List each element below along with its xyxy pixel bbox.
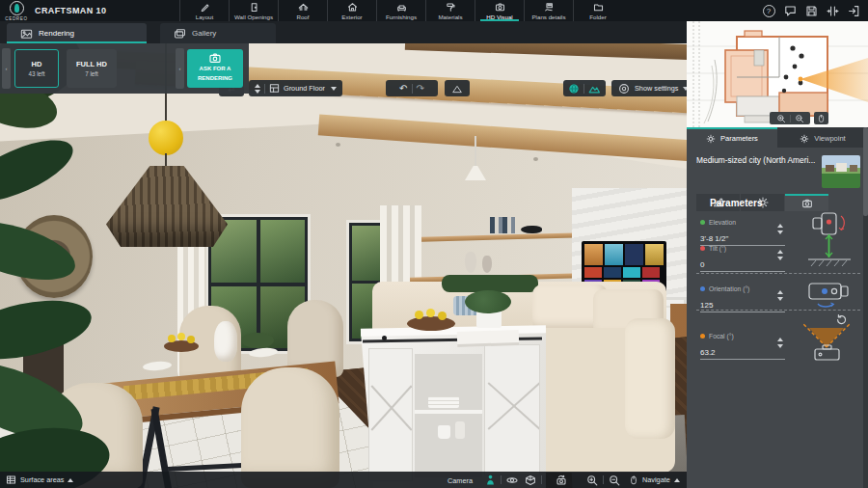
- hd-count: 43 left: [28, 70, 44, 77]
- pendant-cord: [165, 153, 167, 167]
- focal-label: Focal (°): [709, 333, 734, 339]
- axonometric-view-button[interactable]: [525, 472, 536, 488]
- globe-icon[interactable]: [568, 83, 580, 95]
- pencil-icon: [200, 2, 210, 13]
- exit-icon: [848, 5, 860, 17]
- main-menu: Layout Wall Openings Roof Exterior Furni…: [179, 0, 622, 21]
- plate-stack: [428, 396, 459, 408]
- orbit-view-button[interactable]: [506, 472, 518, 488]
- panel-scrollbar[interactable]: [863, 127, 868, 488]
- tab-gallery[interactable]: Gallery: [160, 23, 276, 43]
- menu-item-folder[interactable]: Folder: [573, 0, 622, 21]
- redo-button[interactable]: ↷: [417, 84, 424, 94]
- orientation-dot: [700, 286, 705, 291]
- menu-item-furnishings[interactable]: Furnishings: [376, 0, 425, 21]
- camera-rotate-icon: [556, 474, 567, 486]
- menu-item-plans-details[interactable]: Plans details: [524, 0, 573, 21]
- fruit-bowl: [407, 316, 455, 331]
- first-person-view-button[interactable]: [485, 472, 496, 488]
- exit-button[interactable]: [847, 4, 860, 17]
- terrain-view-button[interactable]: [445, 80, 470, 96]
- books: [490, 217, 515, 233]
- camera-rotate-button[interactable]: [556, 472, 567, 488]
- orientation-stepper[interactable]: [777, 290, 783, 301]
- help-button[interactable]: [762, 4, 775, 17]
- feedback-button[interactable]: [783, 4, 797, 17]
- focal-illustration: [797, 320, 856, 366]
- orientation-illustration: [802, 278, 856, 311]
- chevron-up-icon: [674, 478, 680, 482]
- zoom-in-icon[interactable]: [776, 114, 786, 123]
- elevation-stepper[interactable]: [777, 224, 783, 234]
- terrain-icon[interactable]: [588, 83, 601, 95]
- menu-item-layout[interactable]: Layout: [179, 0, 229, 21]
- focal-input[interactable]: 63.2: [700, 345, 785, 360]
- zoom-out-icon[interactable]: [795, 114, 804, 123]
- zoom-in-button[interactable]: [586, 472, 598, 488]
- environment-thumbnail[interactable]: [822, 155, 860, 188]
- paint-roller-icon: [446, 2, 456, 13]
- pendant-yellow-ball: [149, 121, 183, 155]
- menu-item-materials[interactable]: Materials: [425, 0, 475, 21]
- minimap-pan-button[interactable]: [814, 112, 828, 124]
- elevation-dot: [700, 220, 705, 225]
- floor-selector[interactable]: Ground Floor: [249, 80, 342, 96]
- tab-viewpoint-label: Viewpoint: [814, 134, 845, 143]
- tab-rendering[interactable]: Rendering: [7, 23, 147, 43]
- floor-stepper[interactable]: [255, 84, 260, 94]
- tilt-stepper[interactable]: [777, 250, 783, 260]
- fullhd-quality-button[interactable]: FULL HD 7 left: [67, 49, 117, 88]
- menu-item-wall-openings[interactable]: Wall Openings: [229, 0, 278, 21]
- collapse-icon: [827, 5, 839, 17]
- pitcher: [214, 321, 237, 362]
- render-3d-viewport[interactable]: [0, 43, 687, 488]
- menu-item-hd-visual[interactable]: HD Visual: [475, 0, 524, 21]
- focal-stepper[interactable]: [777, 338, 783, 348]
- navigate-dropdown[interactable]: Navigate: [629, 472, 680, 488]
- plan-sheet-icon: [544, 2, 555, 13]
- tab-viewpoint[interactable]: Viewpoint: [777, 127, 868, 148]
- door-icon: [249, 2, 259, 13]
- collapse-handle-icon[interactable]: ‹: [2, 48, 11, 89]
- save-button[interactable]: [804, 4, 818, 17]
- center-view-button[interactable]: [826, 4, 839, 17]
- camera-icon: [801, 198, 813, 209]
- tilt-input[interactable]: 0: [700, 258, 785, 272]
- gallery-icon: [174, 28, 186, 40]
- plate: [143, 361, 173, 372]
- tab-parameters[interactable]: Parameters: [687, 127, 777, 148]
- show-settings-dropdown[interactable]: Show settings: [611, 80, 695, 96]
- gear-icon: [706, 134, 716, 144]
- whale-figurine: [521, 226, 542, 233]
- sofa-icon: [396, 2, 407, 13]
- view-mode-group: [563, 80, 606, 96]
- jar: [455, 421, 465, 439]
- focal-dot: [700, 334, 705, 339]
- save-icon: [805, 5, 818, 17]
- surface-areas-toggle[interactable]: Surface areas: [6, 472, 73, 488]
- divider: [696, 310, 860, 311]
- menu-item-roof[interactable]: Roof: [278, 0, 327, 21]
- zoom-out-button[interactable]: [609, 472, 620, 488]
- cedreo-logo[interactable]: CEDREO: [3, 1, 30, 21]
- undo-button[interactable]: ↶: [399, 84, 407, 94]
- folder-icon: [593, 2, 604, 13]
- hd-quality-button[interactable]: HD 43 left: [14, 49, 59, 88]
- menu-item-exterior[interactable]: Exterior: [327, 0, 376, 21]
- window-actions: [762, 0, 860, 21]
- right-panel: Parameters Viewpoint Medium-sized city (…: [687, 21, 868, 488]
- ask-button-label: ASK FOR A RENDERING: [192, 65, 238, 83]
- collapse-handle-icon[interactable]: ‹: [176, 48, 184, 89]
- environment-name[interactable]: Medium-sized city (North Ameri...: [696, 155, 820, 188]
- subtab-camera[interactable]: [785, 194, 828, 211]
- tab-gallery-label: Gallery: [192, 29, 216, 38]
- cedreo-logo-icon: [10, 1, 24, 15]
- zoom-in-icon: [586, 474, 598, 486]
- panel-tab-bar: Parameters Viewpoint: [687, 127, 868, 148]
- cedreo-app-window: ‹ HD 43 left FULL HD 7 left ‹ ASK FOR A …: [0, 0, 868, 488]
- orientation-label: Orientation (°): [709, 285, 749, 292]
- ask-for-rendering-button[interactable]: ASK FOR A RENDERING: [187, 49, 243, 88]
- cube-icon: [525, 474, 536, 486]
- floor-plan-minimap[interactable]: [687, 21, 868, 127]
- orbit-icon: [506, 474, 518, 486]
